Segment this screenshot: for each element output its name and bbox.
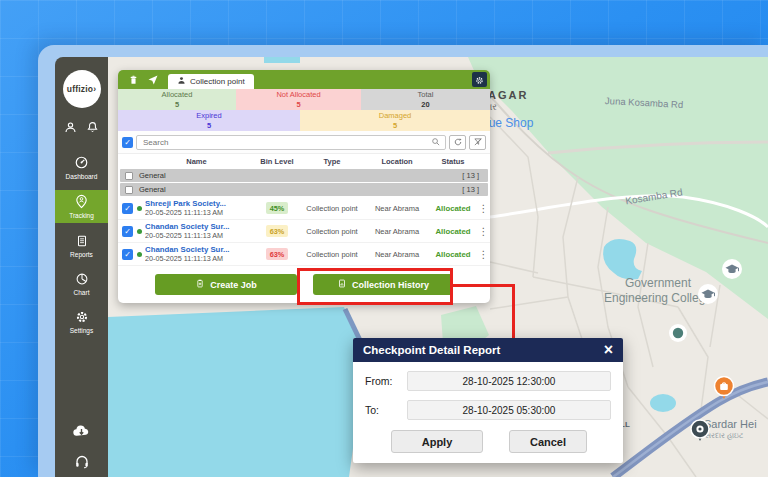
row-datetime: 20-05-2025 11:11:13 AM: [145, 231, 255, 240]
group-checkbox[interactable]: [125, 186, 133, 194]
stats-row-1: Allocated 5 Not Allocated 5 Total 20: [118, 89, 490, 110]
college-line2: Engineering College: [568, 291, 748, 306]
column-location[interactable]: Location: [365, 157, 429, 166]
refresh-button[interactable]: [449, 135, 466, 150]
gear-icon: [475, 71, 484, 89]
group-label: General: [139, 185, 166, 194]
table-row[interactable]: ✓ Shreeji Park Society... 20-05-2025 11:…: [118, 197, 490, 220]
modal-actions: Apply Cancel: [365, 429, 611, 453]
from-datetime-input[interactable]: [407, 371, 611, 391]
trash-bin-icon[interactable]: [128, 74, 139, 86]
cancel-button[interactable]: Cancel: [509, 430, 587, 453]
pin-marker-icon[interactable]: [689, 419, 711, 448]
row-datetime: 20-05-2025 11:11:13 AM: [145, 254, 255, 263]
group-row-general-1[interactable]: General [ 13 ]: [120, 169, 488, 182]
row-checkbox[interactable]: ✓: [122, 226, 133, 237]
nav-label: Tracking: [69, 212, 94, 219]
brand-text: uffizio›: [67, 84, 96, 94]
row-datetime: 20-05-2025 11:11:13 AM: [145, 208, 255, 217]
column-type[interactable]: Type: [299, 157, 365, 166]
annotation-connector-vertical: [512, 284, 515, 338]
nav-label: Settings: [70, 327, 94, 334]
kebab-menu-icon[interactable]: ⋮: [477, 249, 490, 260]
map-canvas[interactable]: NAGAR નગર ecue Shop Juna Kosamba Rd Kosa…: [108, 57, 768, 477]
kebab-menu-icon[interactable]: ⋮: [477, 203, 490, 214]
row-checkbox[interactable]: ✓: [122, 249, 133, 260]
row-status: Allocated: [429, 227, 477, 236]
row-status: Allocated: [429, 250, 477, 259]
stat-label: Not Allocated: [276, 90, 320, 100]
nav-label: Dashboard: [66, 173, 98, 180]
annotation-highlight-box: [297, 268, 453, 305]
tab-collection-point[interactable]: Collection point: [168, 74, 254, 89]
sidebar-item-settings[interactable]: Settings: [55, 307, 108, 337]
create-job-button[interactable]: Create Job: [155, 274, 297, 295]
headphones-support-icon[interactable]: [74, 453, 90, 473]
bell-icon[interactable]: [86, 120, 99, 138]
panel-settings-button[interactable]: [472, 72, 487, 87]
cloud-download-icon[interactable]: [72, 423, 91, 442]
panel-header-bar: Collection point: [118, 70, 490, 89]
stat-value: 5: [296, 100, 300, 110]
refresh-icon: [453, 133, 463, 151]
sidebar-item-dashboard[interactable]: Dashboard: [55, 152, 108, 182]
modal-title: Checkpoint Detail Report: [363, 344, 500, 356]
table-row[interactable]: ✓ Chandan Society Sur... 20-05-2025 11:1…: [118, 243, 490, 266]
stat-expired[interactable]: Expired 5: [118, 110, 300, 131]
row-name-cell: Chandan Society Sur... 20-05-2025 11:11:…: [145, 222, 255, 241]
row-name-cell: Shreeji Park Society... 20-05-2025 11:11…: [145, 199, 255, 218]
online-dot: [137, 206, 142, 211]
apply-button[interactable]: Apply: [391, 430, 483, 453]
tracking-person-pin-icon: [74, 194, 89, 210]
search-icon[interactable]: [431, 133, 441, 151]
reports-document-icon: [75, 234, 89, 249]
create-job-clipboard-icon: [195, 278, 205, 291]
kebab-menu-icon[interactable]: ⋮: [477, 226, 490, 237]
sidebar-item-tracking[interactable]: Tracking: [55, 190, 108, 223]
nav-label: Chart: [74, 289, 90, 296]
from-label: From:: [365, 375, 407, 387]
group-checkbox[interactable]: [125, 172, 133, 180]
sidebar-item-chart[interactable]: Chart: [55, 269, 108, 299]
row-checkbox[interactable]: ✓: [122, 203, 133, 214]
shop-marker-icon[interactable]: [713, 376, 735, 406]
stat-not-allocated[interactable]: Not Allocated 5: [236, 89, 361, 110]
check-glyph: ✓: [124, 250, 131, 259]
column-bin-level[interactable]: Bin Level: [255, 157, 299, 166]
row-name-cell: Chandan Society Sur... 20-05-2025 11:11:…: [145, 245, 255, 264]
send-arrow-icon[interactable]: [147, 74, 159, 86]
nav-label: Reports: [70, 251, 93, 258]
uffizio-logo[interactable]: uffizio›: [63, 70, 101, 108]
stat-damaged[interactable]: Damaged 5: [300, 110, 490, 131]
stat-total[interactable]: Total 20: [361, 89, 490, 110]
poi-circle-marker-icon[interactable]: [668, 323, 688, 347]
sidebar-item-reports[interactable]: Reports: [55, 231, 108, 261]
row-name-link[interactable]: Chandan Society Sur...: [145, 222, 255, 232]
search-input[interactable]: [141, 137, 431, 148]
row-name-link[interactable]: Shreeji Park Society...: [145, 199, 255, 209]
table-row[interactable]: ✓ Chandan Society Sur... 20-05-2025 11:1…: [118, 220, 490, 243]
search-row: ✓: [118, 131, 490, 153]
select-all-checkbox[interactable]: ✓: [122, 137, 133, 148]
school-marker-icon[interactable]: [721, 258, 743, 284]
user-icon[interactable]: [64, 120, 77, 138]
collection-point-person-icon: [177, 76, 186, 87]
row-name-link[interactable]: Chandan Society Sur...: [145, 245, 255, 255]
filter-off-button[interactable]: [469, 135, 486, 150]
to-datetime-input[interactable]: [407, 400, 611, 420]
group-count: [ 13 ]: [462, 171, 479, 180]
close-icon[interactable]: ×: [604, 342, 613, 358]
column-name[interactable]: Name: [138, 157, 255, 166]
sidebar-nav: Dashboard Tracking Reports: [55, 144, 108, 337]
checkpoint-detail-report-modal: Checkpoint Detail Report × From: To: App…: [353, 338, 623, 463]
column-status[interactable]: Status: [429, 157, 477, 166]
app-window: uffizio› Dashboard: [38, 45, 768, 477]
settings-gear-icon: [75, 310, 89, 325]
sidebar-top-icons: [64, 120, 99, 138]
stat-allocated[interactable]: Allocated 5: [118, 89, 236, 110]
button-label: Create Job: [210, 280, 257, 290]
row-type: Collection point: [299, 227, 365, 236]
stat-label: Damaged: [379, 111, 412, 121]
group-row-general-2[interactable]: General [ 13 ]: [120, 183, 488, 196]
school-marker-icon[interactable]: [697, 283, 719, 309]
